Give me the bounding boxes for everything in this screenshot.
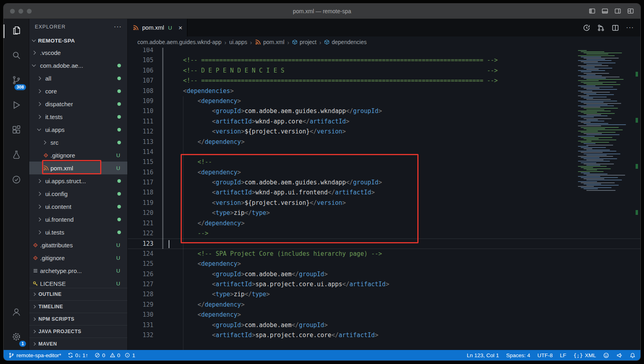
code-line[interactable]: 130 <dependency> (128, 310, 640, 320)
zoom-window-button[interactable] (27, 9, 32, 14)
line-number[interactable]: 109 (128, 96, 153, 106)
code-line[interactable]: 128 <type>zip</type> (128, 289, 640, 299)
tasks-activity-button[interactable] (4, 168, 29, 193)
code-text[interactable]: <groupId>com.adobe.aem</groupId> (169, 320, 328, 330)
code-text[interactable]: <type>zip</type> (169, 289, 270, 299)
code-line[interactable]: 131 <groupId>com.adobe.aem</groupId> (128, 320, 640, 330)
line-number[interactable]: 126 (128, 269, 153, 279)
line-number[interactable]: 112 (128, 127, 153, 137)
line-number[interactable]: 110 (128, 106, 153, 116)
line-number[interactable]: 117 (128, 178, 153, 188)
search-activity-button[interactable] (4, 44, 29, 69)
line-number[interactable]: 119 (128, 198, 153, 208)
code-text[interactable]: <dependencies> (169, 86, 234, 96)
code-text[interactable]: <artifactId>spa.project.core.ui.apps</ar… (169, 279, 389, 289)
line-number[interactable]: 123 (128, 239, 153, 248)
code-text[interactable]: <dependency> (169, 168, 241, 178)
code-text[interactable]: <artifactId>wknd-app.ui.frontend</artifa… (169, 188, 375, 198)
code-text[interactable]: <!-- ===================================… (169, 55, 498, 65)
line-number[interactable]: 132 (128, 330, 153, 340)
breadcrumb-item-com-adobe-aem-guides-wknd-app[interactable]: com.adobe.aem.guides.wknd-app (137, 39, 221, 45)
explorer-folder-ui-content[interactable]: ui.content (29, 200, 127, 213)
git-branch-item[interactable]: remote-spa-editor* (8, 352, 61, 358)
explorer-folder-ui-apps[interactable]: ui.apps (29, 123, 127, 136)
explorer-activity-button[interactable] (4, 19, 29, 44)
line-number[interactable]: 128 (128, 289, 153, 299)
explorer-folder-src[interactable]: src (29, 136, 127, 149)
code-line[interactable]: 125 <dependency> (128, 259, 640, 269)
code-line[interactable]: 122 --> (128, 229, 640, 239)
line-number[interactable]: 108 (128, 86, 153, 96)
customize-layout-icon[interactable] (627, 8, 634, 14)
line-number[interactable]: 121 (128, 218, 153, 229)
problems-item[interactable]: 0 0 1 (95, 352, 135, 358)
code-text[interactable]: <artifactId>wknd-app.core</artifactId> (169, 117, 350, 127)
eol-item[interactable]: LF (560, 352, 566, 358)
explorer-folder-ui-config[interactable]: ui.config (29, 187, 127, 200)
code-text[interactable]: <!-- D E P E N D E N C I E S --> (169, 66, 498, 76)
line-number[interactable]: 114 (128, 147, 153, 157)
line-number[interactable]: 104 (128, 48, 153, 55)
code-text[interactable]: <groupId>com.adobe.aem.guides.wkndapp</g… (169, 178, 382, 188)
toggle-primary-sidebar-icon[interactable] (589, 8, 596, 14)
line-number[interactable]: 131 (128, 320, 153, 330)
code-text[interactable]: <groupId>com.adobe.aem.guides.wkndapp</g… (169, 106, 382, 116)
sidebar-section-timeline[interactable]: TIMELINE (29, 300, 127, 313)
line-number[interactable]: 113 (128, 137, 153, 147)
code-line[interactable]: 126 <groupId>com.adobe.aem</groupId> (128, 269, 640, 279)
code-text[interactable]: <version>${project.version}</version> (169, 198, 346, 208)
code-line[interactable]: 113 </dependency> (128, 137, 640, 147)
code-line[interactable]: 123 (128, 239, 640, 249)
code-text[interactable]: <!-- (169, 157, 212, 167)
breadcrumb-item-ui-apps[interactable]: ui.apps (229, 39, 247, 45)
toggle-secondary-sidebar-icon[interactable] (614, 8, 621, 14)
code-line[interactable]: 117 <groupId>com.adobe.aem.guides.wkndap… (128, 178, 640, 188)
line-number[interactable]: 116 (128, 168, 153, 178)
timeline-history-icon[interactable] (583, 24, 590, 32)
close-window-button[interactable] (10, 9, 15, 14)
sync-changes-item[interactable]: 0↓ 1↑ (68, 352, 88, 358)
workspace-root-row[interactable]: REMOTE-SPA (29, 35, 127, 46)
code-line[interactable]: 111 <artifactId>wknd-app.core</artifactI… (128, 117, 640, 127)
code-line[interactable]: 105 <!-- ===============================… (128, 55, 640, 65)
cursor-position-item[interactable]: Ln 123, Col 1 (467, 352, 499, 358)
testing-activity-button[interactable] (4, 143, 29, 168)
minimap[interactable] (577, 50, 627, 191)
line-number[interactable]: 111 (128, 117, 153, 127)
code-line[interactable]: 107 <!-- ===============================… (128, 76, 640, 86)
line-number[interactable]: 122 (128, 229, 153, 239)
sidebar-section-java-projects[interactable]: JAVA PROJECTS (29, 325, 127, 338)
compare-changes-icon[interactable] (597, 24, 605, 32)
code-text[interactable]: <dependency> (169, 259, 241, 269)
code-line[interactable]: 106 <!-- D E P E N D E N C I E S --> (128, 66, 640, 76)
line-number[interactable]: 118 (128, 188, 153, 198)
source-control-activity-button[interactable]: 308 (4, 69, 29, 93)
minimize-window-button[interactable] (18, 9, 23, 14)
breadcrumb-item-pom-xml[interactable]: pom.xml (255, 39, 284, 45)
code-text[interactable]: </dependency> (169, 300, 245, 310)
explorer-folder-com-adobe-ae[interactable]: com.adobe.ae... (29, 59, 127, 72)
explorer-file-gitignore[interactable]: .gitignoreU (29, 149, 127, 162)
explorer-folder-it-tests[interactable]: it.tests (29, 110, 127, 123)
breadcrumb-item-project[interactable]: project (292, 39, 316, 45)
code-line[interactable]: 129 </dependency> (128, 300, 640, 310)
sidebar-section-npm-scripts[interactable]: NPM SCRIPTS (29, 313, 127, 325)
feedback-smiley-icon[interactable] (603, 352, 609, 358)
code-editor[interactable]: 104105 <!-- ============================… (128, 48, 640, 350)
more-actions-icon[interactable]: ··· (626, 24, 634, 32)
explorer-file-gitattributes[interactable]: .gitattributesU (29, 239, 127, 251)
split-editor-icon[interactable] (612, 24, 619, 32)
explorer-folder-vscode[interactable]: .vscode (29, 46, 127, 59)
code-line[interactable]: 124 <!-- SPA Project Core (includes hier… (128, 249, 640, 259)
code-line[interactable]: 108 <dependencies> (128, 86, 640, 96)
breadcrumb-item-dependencies[interactable]: dependencies (324, 39, 366, 45)
code-text[interactable]: </dependency> (169, 137, 245, 147)
explorer-file-gitignore[interactable]: .gitignoreU (29, 251, 127, 264)
code-text[interactable]: --> (169, 229, 208, 239)
settings-activity-button[interactable]: 1 (4, 325, 29, 350)
code-text[interactable]: <!-- ===================================… (169, 76, 498, 86)
code-line[interactable]: 121 </dependency> (128, 218, 640, 229)
line-number[interactable]: 125 (128, 259, 153, 269)
code-line[interactable]: 118 <artifactId>wknd-app.ui.frontend</ar… (128, 188, 640, 198)
notifications-bell-icon[interactable] (630, 352, 636, 358)
